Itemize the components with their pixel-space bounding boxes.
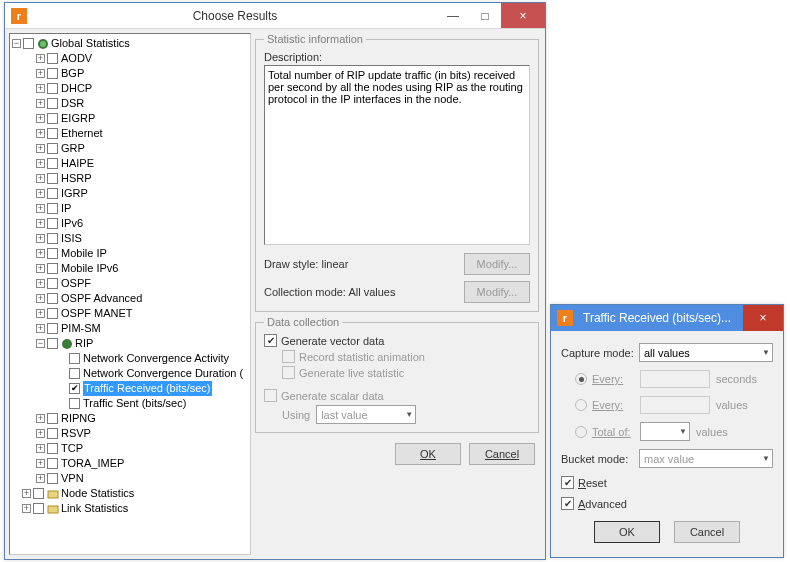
checkbox[interactable] (47, 188, 58, 199)
tree-item[interactable]: +Link Statistics (22, 501, 250, 516)
advanced-checkbox[interactable]: ✔ (561, 497, 574, 510)
checkbox[interactable] (69, 398, 80, 409)
checkbox[interactable] (47, 473, 58, 484)
checkbox[interactable] (23, 38, 34, 49)
expand-icon[interactable]: + (36, 249, 45, 258)
checkbox[interactable] (47, 233, 58, 244)
minimize-button[interactable]: — (437, 3, 469, 28)
titlebar[interactable]: r Choose Results — □ × (5, 3, 545, 29)
collapse-icon[interactable]: − (36, 339, 45, 348)
tree-item[interactable]: +BGP (36, 66, 250, 81)
tree-item[interactable]: +TORA_IMEP (36, 456, 250, 471)
tree-item[interactable]: +DSR (36, 96, 250, 111)
tree-item[interactable]: +OSPF Advanced (36, 291, 250, 306)
checkbox[interactable] (47, 308, 58, 319)
reset-checkbox[interactable]: ✔ (561, 476, 574, 489)
expand-icon[interactable]: + (36, 114, 45, 123)
expand-icon[interactable]: + (36, 429, 45, 438)
expand-icon[interactable]: + (36, 69, 45, 78)
expand-icon[interactable]: + (36, 444, 45, 453)
checkbox[interactable] (47, 443, 58, 454)
results-tree[interactable]: − Global Statistics +AODV+BGP+DHCP+DSR+E… (9, 33, 251, 555)
titlebar[interactable]: r Traffic Received (bits/sec)... × (551, 305, 783, 331)
tree-item[interactable]: +OSPF MANET (36, 306, 250, 321)
close-button[interactable]: × (501, 3, 545, 28)
expand-icon[interactable]: + (36, 234, 45, 243)
tree-item[interactable]: +HAIPE (36, 156, 250, 171)
checkbox[interactable] (47, 278, 58, 289)
expand-icon[interactable]: + (36, 129, 45, 138)
checkbox[interactable] (33, 503, 44, 514)
tree-item[interactable]: +VPN (36, 471, 250, 486)
expand-icon[interactable]: + (36, 474, 45, 483)
expand-icon[interactable]: + (36, 264, 45, 273)
cancel-button[interactable]: Cancel (469, 443, 535, 465)
expand-icon[interactable]: + (36, 84, 45, 93)
maximize-button[interactable]: □ (469, 3, 501, 28)
tree-item[interactable]: +RSVP (36, 426, 250, 441)
expand-icon[interactable]: + (36, 459, 45, 468)
checkbox[interactable]: ✔ (69, 383, 80, 394)
checkbox[interactable] (33, 488, 44, 499)
tree-item[interactable]: +Mobile IP (36, 246, 250, 261)
checkbox[interactable] (47, 338, 58, 349)
expand-icon[interactable]: + (36, 309, 45, 318)
tree-item[interactable]: +Node Statistics (22, 486, 250, 501)
expand-icon[interactable]: + (36, 219, 45, 228)
tree-item[interactable]: Network Convergence Duration ( (58, 366, 250, 381)
tree-item[interactable]: +AODV (36, 51, 250, 66)
checkbox[interactable] (47, 113, 58, 124)
tree-item[interactable]: +ISIS (36, 231, 250, 246)
checkbox[interactable] (47, 428, 58, 439)
expand-icon[interactable]: + (36, 174, 45, 183)
modify-draw-style-button[interactable]: Modify... (464, 253, 530, 275)
collapse-icon[interactable]: − (12, 39, 21, 48)
tree-item[interactable]: +RIPNG (36, 411, 250, 426)
checkbox[interactable] (69, 368, 80, 379)
checkbox[interactable] (47, 263, 58, 274)
tree-item[interactable]: +TCP (36, 441, 250, 456)
cancel-button[interactable]: Cancel (674, 521, 740, 543)
capture-mode-select[interactable]: all values ▼ (639, 343, 773, 362)
checkbox[interactable] (47, 83, 58, 94)
expand-icon[interactable]: + (36, 189, 45, 198)
tree-item[interactable]: +EIGRP (36, 111, 250, 126)
close-button[interactable]: × (743, 305, 783, 331)
tree-item[interactable]: +PIM-SM (36, 321, 250, 336)
generate-vector-checkbox[interactable]: ✔ (264, 334, 277, 347)
expand-icon[interactable]: + (36, 414, 45, 423)
checkbox[interactable] (47, 68, 58, 79)
expand-icon[interactable]: + (22, 489, 31, 498)
checkbox[interactable] (47, 143, 58, 154)
tree-item[interactable]: +IPv6 (36, 216, 250, 231)
tree-item[interactable]: Network Convergence Activity (58, 351, 250, 366)
expand-icon[interactable]: + (36, 294, 45, 303)
checkbox[interactable] (47, 323, 58, 334)
checkbox[interactable] (47, 173, 58, 184)
modify-collection-mode-button[interactable]: Modify... (464, 281, 530, 303)
tree-item[interactable]: +IP (36, 201, 250, 216)
tree-item[interactable]: +GRP (36, 141, 250, 156)
checkbox[interactable] (47, 218, 58, 229)
expand-icon[interactable]: + (36, 54, 45, 63)
checkbox[interactable] (47, 458, 58, 469)
expand-icon[interactable]: + (36, 324, 45, 333)
tree-item[interactable]: +HSRP (36, 171, 250, 186)
checkbox[interactable] (47, 248, 58, 259)
tree-item[interactable]: +OSPF (36, 276, 250, 291)
ok-button[interactable]: OK (395, 443, 461, 465)
expand-icon[interactable]: + (36, 159, 45, 168)
expand-icon[interactable]: + (36, 144, 45, 153)
checkbox[interactable] (47, 128, 58, 139)
checkbox[interactable] (47, 158, 58, 169)
tree-item[interactable]: +DHCP (36, 81, 250, 96)
expand-icon[interactable]: + (36, 279, 45, 288)
checkbox[interactable] (47, 413, 58, 424)
checkbox[interactable] (69, 353, 80, 364)
checkbox[interactable] (47, 53, 58, 64)
tree-item[interactable]: Traffic Sent (bits/sec) (58, 396, 250, 411)
checkbox[interactable] (47, 98, 58, 109)
tree-item[interactable]: +IGRP (36, 186, 250, 201)
checkbox[interactable] (47, 293, 58, 304)
description-text[interactable] (264, 65, 530, 245)
